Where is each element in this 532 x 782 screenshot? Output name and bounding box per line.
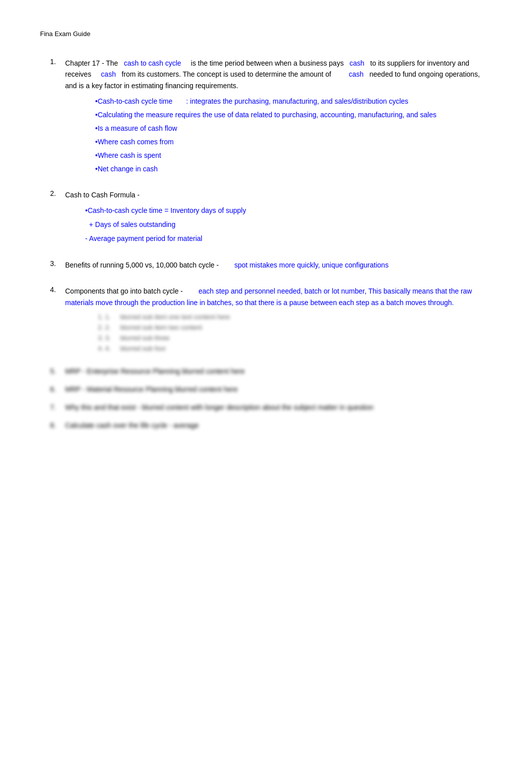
page-title: Fina Exam Guide xyxy=(40,30,90,38)
main-list: Chapter 17 - The cash to cash cycle is t… xyxy=(40,58,492,429)
page-header: Fina Exam Guide xyxy=(40,30,492,38)
list-item-4: Components that go into batch cycle - ea… xyxy=(50,286,492,352)
blurred-sub-2: blurred sub item two content xyxy=(105,324,492,331)
blurred-sub-1: blurred sub item one text content here xyxy=(105,313,492,321)
formula-line-1: •Cash-to-cash cycle time = Inventory day… xyxy=(85,205,492,216)
item-6-text: MRP - Material Resource Planning blurred… xyxy=(65,385,237,393)
blurred-sub-4: blurred sub four xyxy=(105,345,492,352)
bullet-1-5: •Where cash is spent xyxy=(95,150,492,161)
formula-line-3: - Average payment period for material xyxy=(85,233,492,244)
list-item-7: Why this and that exist - blurred conten… xyxy=(50,403,492,411)
bullet-1-1: •Cash-to-cash cycle time : integrates th… xyxy=(95,96,492,107)
list-item-2: Cash to Cash Formula - •Cash-to-cash cyc… xyxy=(50,189,492,244)
content-area: Chapter 17 - The cash to cash cycle is t… xyxy=(40,58,492,429)
bullet-1-6: •Net change in cash xyxy=(95,164,492,174)
item-4-sub-bullets: blurred sub item one text content here b… xyxy=(95,313,492,352)
bullet-1-4: •Where cash comes from xyxy=(95,137,492,147)
list-item-8: Calculate cash over the life cycle - ave… xyxy=(50,421,492,429)
formula-line-2: + Days of sales outstanding xyxy=(85,219,492,230)
item-8-text: Calculate cash over the life cycle - ave… xyxy=(65,421,199,429)
item-3-text: Benefits of running 5,000 vs, 10,000 bat… xyxy=(65,259,492,271)
item-4-highlight: each step and personnel needed, batch or… xyxy=(65,287,472,306)
item-7-text: Why this and that exist - blurred conten… xyxy=(65,403,374,411)
item-1-text: Chapter 17 - The cash to cash cycle is t… xyxy=(65,58,492,91)
item-1-highlight-3: cash xyxy=(101,70,116,78)
list-item-1: Chapter 17 - The cash to cash cycle is t… xyxy=(50,58,492,174)
item-5-text: MRP - Enterprise Resource Planning blurr… xyxy=(65,367,244,375)
item-1-bullets: •Cash-to-cash cycle time : integrates th… xyxy=(95,96,492,174)
list-item-5: MRP - Enterprise Resource Planning blurr… xyxy=(50,367,492,375)
blurred-sub-list: blurred sub item one text content here b… xyxy=(95,313,492,352)
bullet-1-2: •Calculating the measure requires the us… xyxy=(95,110,492,120)
item-1-highlight-1: cash to cash cycle xyxy=(124,59,181,67)
item-3-highlight: spot mistakes more quickly, unique confi… xyxy=(234,261,389,269)
item-4-text: Components that go into batch cycle - ea… xyxy=(65,286,492,308)
list-item-3: Benefits of running 5,000 vs, 10,000 bat… xyxy=(50,259,492,271)
list-item-6: MRP - Material Resource Planning blurred… xyxy=(50,385,492,393)
item-2-text: Cash to Cash Formula - xyxy=(65,189,492,200)
blurred-sub-3: blurred sub three xyxy=(105,334,492,342)
item-1-highlight-2: cash xyxy=(350,59,365,67)
item-1-highlight-4: cash xyxy=(349,70,364,78)
item-2-formula: •Cash-to-cash cycle time = Inventory day… xyxy=(85,205,492,244)
bullet-1-3: •Is a measure of cash flow xyxy=(95,123,492,134)
